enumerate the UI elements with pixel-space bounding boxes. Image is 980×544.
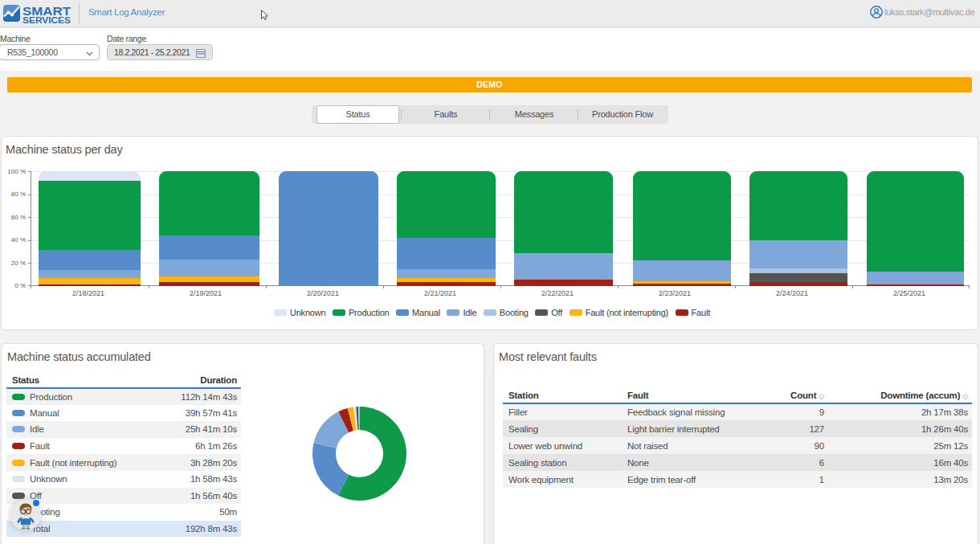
svg-text:SERVICES: SERVICES xyxy=(22,15,71,25)
